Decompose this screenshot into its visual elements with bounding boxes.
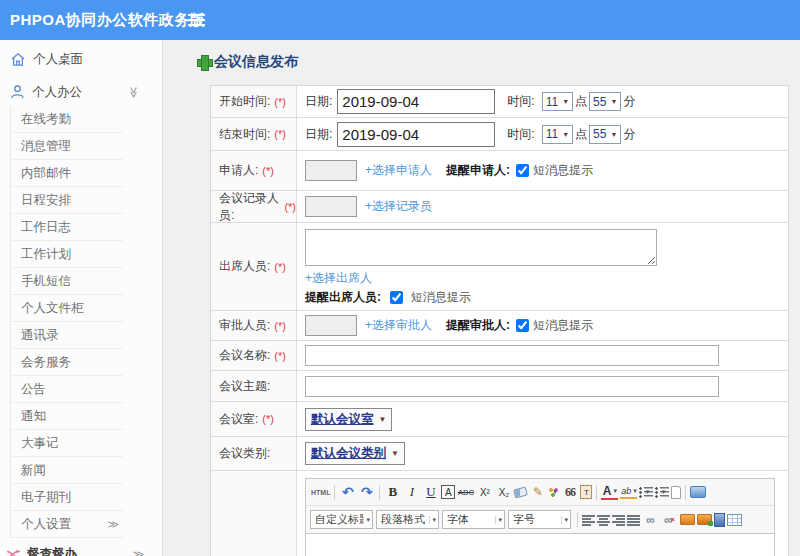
sidebar-item[interactable]: 会务服务 [11, 349, 123, 376]
sidebar-item[interactable]: 日程安排 [11, 187, 123, 214]
insert-image-icon[interactable] [697, 514, 712, 525]
eraser-icon[interactable] [514, 486, 529, 498]
font-family-select[interactable]: 字体▾ [442, 510, 505, 529]
media-icon[interactable] [714, 513, 725, 527]
choose-applicant-link[interactable]: +选择申请人 [365, 162, 432, 179]
ordered-list-icon[interactable]: ▾ [639, 487, 653, 498]
hour-unit: 点 [575, 93, 587, 110]
start-minute-select[interactable]: 55 ▼ [589, 92, 621, 111]
applicant-input[interactable] [305, 160, 357, 181]
sidebar-item[interactable]: 消息管理 [11, 133, 123, 160]
unordered-list-icon[interactable]: ▾ [655, 487, 669, 498]
recorder-input[interactable] [305, 196, 357, 217]
sidebar-item[interactable]: 工作计划 [11, 241, 123, 268]
sidebar-item[interactable]: 通讯录 [11, 322, 123, 349]
sidebar-item[interactable]: 公告 [11, 376, 123, 403]
align-right-icon[interactable] [612, 514, 625, 526]
meeting-name-input[interactable] [305, 345, 719, 366]
sidebar-item[interactable]: 在线考勤 [11, 106, 123, 133]
end-hour-select[interactable]: 11 ▼ [542, 125, 573, 144]
field-label: 会议类别: [211, 437, 297, 470]
table-icon[interactable] [727, 514, 742, 526]
field-label [211, 471, 297, 556]
align-center-icon[interactable] [597, 514, 610, 526]
sidebar-item-supervise[interactable]: 督查督办 ≫ [0, 541, 162, 556]
meeting-topic-input[interactable] [305, 376, 719, 397]
caret-down-icon: ▾ [614, 487, 618, 495]
approver-input[interactable] [305, 315, 357, 336]
start-hour-select[interactable]: 11 ▼ [542, 92, 573, 111]
sidebar-item[interactable]: 个人设置≫ [11, 511, 123, 538]
sidebar-item-label: 会务服务 [21, 349, 71, 375]
choose-attendees-link[interactable]: +选择出席人 [305, 270, 372, 287]
meeting-category-select[interactable]: 默认会议类别 ▼ [305, 442, 405, 465]
undo-icon[interactable]: ↶ [339, 482, 356, 502]
align-justify-icon[interactable] [627, 514, 640, 526]
new-page-icon[interactable] [671, 486, 681, 499]
sidebar-item[interactable]: 内部邮件 [11, 160, 123, 187]
sms-remind-checkbox[interactable] [516, 164, 529, 177]
custom-heading-select[interactable]: 自定义标题▾ [310, 510, 373, 529]
sidebar-item-personal-office[interactable]: 个人办公 ≫ [0, 78, 162, 106]
html-source-button[interactable]: HTML [311, 482, 330, 502]
choose-approver-link[interactable]: +选择审批人 [365, 317, 432, 334]
superscript-icon[interactable]: X² [476, 482, 493, 502]
unlink-icon[interactable]: ∞× [661, 510, 678, 530]
bold-icon[interactable]: B [384, 482, 401, 502]
sidebar-item[interactable]: 通知 [11, 403, 123, 430]
sidebar-item[interactable]: 大事记 [11, 430, 123, 457]
editor-content-area[interactable] [306, 533, 774, 556]
fullscreen-icon[interactable] [690, 486, 706, 498]
redo-icon[interactable]: ↷ [358, 482, 375, 502]
paragraph-format-select[interactable]: 段落格式▾ [376, 510, 439, 529]
start-date-input[interactable] [337, 89, 495, 114]
meeting-room-select[interactable]: 默认会议室 ▼ [305, 408, 392, 431]
font-color-icon[interactable]: A▾ [601, 485, 618, 500]
underline-icon[interactable]: U [422, 482, 439, 502]
highlight-icon[interactable]: ab▾ [620, 485, 637, 499]
date-label: 日期: [305, 93, 332, 110]
strikethrough-icon[interactable]: ABC [457, 482, 474, 502]
font-border-icon[interactable]: A [441, 485, 455, 499]
sms-remind-checkbox[interactable] [390, 291, 403, 304]
format-painter-icon[interactable]: ▾ [548, 487, 559, 498]
sidebar-item-label: 个人文件柜 [21, 295, 84, 321]
sidebar: 个人桌面 个人办公 ≫ 在线考勤消息管理内部邮件日程安排工作日志工作计划手机短信… [0, 40, 163, 556]
end-date-input[interactable] [337, 122, 495, 147]
caret-down-icon: ▼ [391, 449, 399, 458]
sms-remind-checkbox[interactable] [516, 319, 529, 332]
italic-icon[interactable]: I [403, 482, 420, 502]
field-label: 出席人员: (*) [211, 223, 297, 310]
caret-down-icon: ▾ [429, 516, 436, 524]
caret-down-icon: ▼ [562, 98, 569, 105]
paste-icon[interactable]: T [580, 485, 592, 499]
link-icon[interactable]: ∞ [642, 510, 659, 530]
label-text: 出席人员: [219, 258, 270, 275]
minute-unit: 分 [623, 126, 635, 143]
sidebar-item[interactable]: 手机短信 [11, 268, 123, 295]
hour-unit: 点 [575, 126, 587, 143]
sidebar-item[interactable]: 新闻 [11, 457, 123, 484]
form-row-approver: 审批人员: (*) +选择审批人 提醒审批人: 短消息提示 [211, 311, 788, 341]
choose-recorder-link[interactable]: +选择记录员 [365, 198, 432, 215]
blockquote-icon[interactable]: 66 [561, 482, 578, 502]
sidebar-item[interactable]: 电子期刊 [11, 484, 123, 511]
sidebar-item-desktop[interactable]: 个人桌面 [0, 45, 162, 73]
sidebar-item-label: 内部邮件 [21, 160, 71, 186]
sidebar-item-label: 手机短信 [21, 268, 71, 294]
sidebar-item[interactable]: 工作日志 [11, 214, 123, 241]
attendees-textarea[interactable] [305, 229, 657, 266]
sidebar-item[interactable]: 个人文件柜 [11, 295, 123, 322]
image-icon[interactable] [680, 514, 695, 525]
toolbar-separator [334, 485, 335, 500]
align-left-icon[interactable] [582, 514, 595, 526]
sidebar-item-label: 大事记 [21, 430, 59, 456]
subscript-icon[interactable]: X₂ [495, 482, 512, 502]
end-minute-select[interactable]: 55 ▼ [589, 125, 621, 144]
form-row-meeting-category: 会议类别: 默认会议类别 ▼ [211, 437, 788, 471]
brush-icon[interactable]: ✎ [529, 482, 546, 502]
font-size-select[interactable]: 字号▾ [508, 510, 571, 529]
time-label: 时间: [507, 126, 534, 143]
hamburger-menu-icon[interactable] [188, 14, 205, 26]
sidebar-item-label: 督查督办 [27, 546, 77, 556]
